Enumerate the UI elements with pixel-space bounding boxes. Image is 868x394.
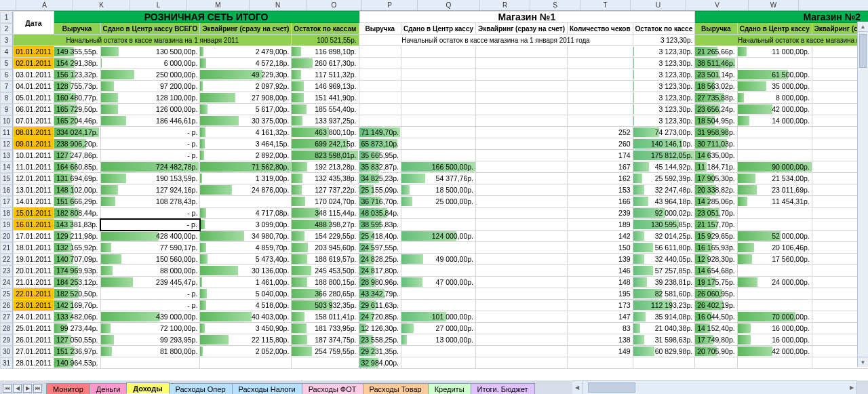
scroll-right-icon[interactable]: ▶: [847, 381, 857, 394]
cell-R[interactable]: 150: [568, 242, 633, 254]
cell-T[interactable]: 14 285,06р.: [695, 196, 737, 208]
cell-U[interactable]: [737, 357, 812, 369]
cell-S[interactable]: 112 193,23р.: [633, 300, 695, 311]
table-row[interactable]: 2623.01.2011142 169,70р.- р.4 518,00р.50…: [0, 300, 868, 311]
cell-Q[interactable]: [476, 161, 568, 173]
cell-U[interactable]: 16 000,00р.: [737, 323, 812, 334]
cell-M[interactable]: [200, 357, 292, 369]
cell-L[interactable]: 81 800,00р.: [100, 346, 200, 357]
cell-P[interactable]: 124 000,00р.: [401, 231, 475, 242]
cell-S[interactable]: 3 123,30р.: [633, 81, 695, 92]
cell-U[interactable]: 70 000,00р.: [737, 311, 812, 323]
cell-P[interactable]: [401, 46, 475, 58]
cell-U[interactable]: [737, 219, 812, 231]
table-row[interactable]: 906.01.2011165 729,50р.126 000,00р.5 617…: [0, 104, 868, 115]
table-row[interactable]: 502.01.2011154 291,38р.6 000,00р.4 572,1…: [0, 58, 868, 69]
date-cell[interactable]: 14.01.2011: [14, 196, 54, 208]
cell-R[interactable]: 252: [568, 127, 633, 138]
cell-R[interactable]: 146: [568, 265, 633, 277]
cell-U[interactable]: 17 560,00р.: [737, 254, 812, 265]
row-header[interactable]: 9: [0, 104, 13, 115]
cell-M[interactable]: 3 099,00р.: [200, 219, 292, 231]
cell-S[interactable]: 3 123,30р.: [633, 46, 695, 58]
cell-K[interactable]: 151 236,97р.: [54, 346, 100, 357]
cell-K[interactable]: 164 660,85р.: [54, 161, 100, 173]
cell-S[interactable]: [633, 357, 695, 369]
col-N[interactable]: N: [250, 0, 307, 10]
row-header[interactable]: 29: [0, 334, 13, 346]
cell-N[interactable]: 245 453,50р.: [292, 265, 359, 277]
cell-N[interactable]: 133 937,25р.: [292, 115, 359, 127]
cell-K[interactable]: 156 123,32р.: [54, 69, 100, 81]
cell-T[interactable]: 15 929,65р.: [695, 231, 737, 242]
date-cell[interactable]: 06.01.2011: [14, 104, 54, 115]
cell-L[interactable]: - р.: [100, 219, 200, 231]
cell-K[interactable]: 154 291,38р.: [54, 58, 100, 69]
cell-N[interactable]: 117 511,32р.: [292, 69, 359, 81]
row-header[interactable]: 7: [0, 81, 13, 92]
table-row[interactable]: 1310.01.2011127 247,86р.- р.2 892,00р.82…: [0, 150, 868, 161]
cell-P[interactable]: 54 377,76р.: [401, 173, 475, 184]
cell-N[interactable]: 158 011,41р.: [292, 311, 359, 323]
cell-N[interactable]: 503 932,35р.: [292, 300, 359, 311]
cell-S[interactable]: 82 581,60р.: [633, 288, 695, 300]
cell-U[interactable]: 23 011,69р.: [737, 184, 812, 196]
cell-U[interactable]: [737, 138, 812, 150]
cell-P[interactable]: [401, 357, 475, 369]
cell-P[interactable]: [401, 219, 475, 231]
cell-T[interactable]: 38 511,46р.: [695, 58, 737, 69]
cell-T[interactable]: 20 705,90р.: [695, 346, 737, 357]
date-cell[interactable]: 09.01.2011: [14, 138, 54, 150]
cell-T[interactable]: 14 152,40р.: [695, 323, 737, 334]
col-O[interactable]: O: [307, 0, 362, 10]
cell-T[interactable]: 12 928,30р.: [695, 254, 737, 265]
row-header[interactable]: 4: [0, 46, 13, 58]
cell-P[interactable]: [401, 81, 475, 92]
cell-M[interactable]: 2 052,00р.: [200, 346, 292, 357]
date-cell[interactable]: 22.01.2011: [14, 288, 54, 300]
col-P[interactable]: P: [362, 0, 418, 10]
date-cell[interactable]: 04.01.2011: [14, 81, 54, 92]
date-cell[interactable]: 13.01.2011: [14, 184, 54, 196]
row-header[interactable]: 5: [0, 58, 13, 69]
cell-S[interactable]: 45 144,92р.: [633, 161, 695, 173]
cell-O[interactable]: 25 155,09р.: [359, 184, 401, 196]
cell-L[interactable]: 126 000,00р.: [100, 104, 200, 115]
date-cell[interactable]: 05.01.2011: [14, 92, 54, 104]
row-header[interactable]: 31: [0, 357, 13, 369]
cell-P[interactable]: 101 000,00р.: [401, 311, 475, 323]
cell-T[interactable]: [695, 357, 737, 369]
cell-K[interactable]: 127 050,55р.: [54, 334, 100, 346]
cell-O[interactable]: 29 231,35р.: [359, 346, 401, 357]
cell-U[interactable]: [737, 58, 812, 69]
cell-Q[interactable]: [476, 265, 568, 277]
cell-Q[interactable]: [476, 242, 568, 254]
cell-M[interactable]: 4 518,00р.: [200, 300, 292, 311]
cell-U[interactable]: 90 000,00р.: [737, 161, 812, 173]
table-row[interactable]: 1209.01.2011238 906,20р.- р.3 464,15р.69…: [0, 138, 868, 150]
cell-L[interactable]: 239 445,47р.: [100, 277, 200, 288]
cell-L[interactable]: 72 100,00р.: [100, 323, 200, 334]
cell-U[interactable]: 11 454,31р.: [737, 196, 812, 208]
cell-M[interactable]: 4 717,08р.: [200, 208, 292, 219]
date-cell[interactable]: 10.01.2011: [14, 150, 54, 161]
table-row[interactable]: 2320.01.2011174 969,93р.88 000,00р.30 13…: [0, 265, 868, 277]
cell-L[interactable]: 250 000,00р.: [100, 69, 200, 81]
cell-T[interactable]: 20 338,82р.: [695, 184, 737, 196]
cell-S[interactable]: 3 123,30р.: [633, 115, 695, 127]
cell-L[interactable]: - р.: [100, 127, 200, 138]
row-header[interactable]: 14: [0, 161, 13, 173]
cell-N[interactable]: 699 242,15р.: [292, 138, 359, 150]
cell-K[interactable]: 149 355,55р.: [54, 46, 100, 58]
cell-Q[interactable]: [476, 184, 568, 196]
table-row[interactable]: 1613.01.2011148 102,00р.127 924,16р.24 8…: [0, 184, 868, 196]
cell-U[interactable]: 20 106,46р.: [737, 242, 812, 254]
date-cell[interactable]: 16.01.2011: [14, 219, 54, 231]
cell-Q[interactable]: [476, 138, 568, 150]
row-header-1[interactable]: 1: [0, 12, 13, 23]
date-cell[interactable]: 20.01.2011: [14, 265, 54, 277]
cell-N[interactable]: 132 435,38р.: [292, 173, 359, 184]
cell-O[interactable]: 36 716,70р.: [359, 196, 401, 208]
cell-L[interactable]: 97 200,00р.: [100, 81, 200, 92]
cell-P[interactable]: [401, 300, 475, 311]
